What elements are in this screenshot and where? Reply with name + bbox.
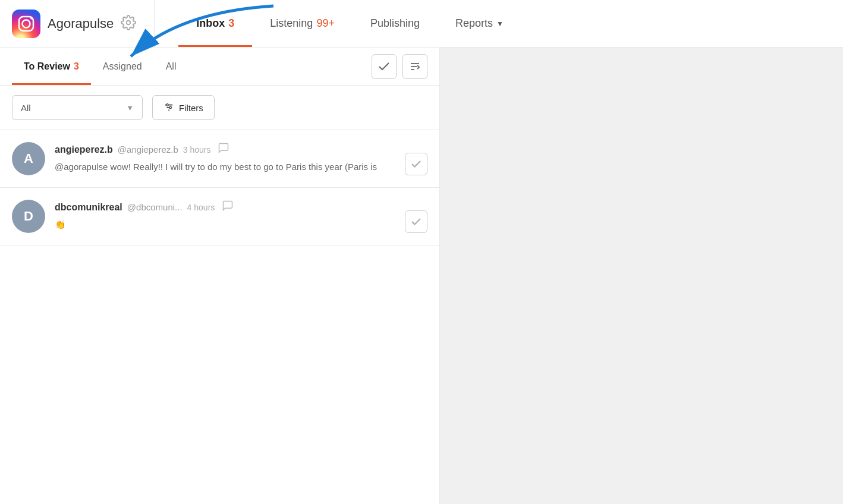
message-text: @agorapulse wow! Really!! I will try to … bbox=[55, 160, 427, 174]
left-panel: To Review 3 Assigned All bbox=[0, 48, 440, 504]
sub-tabs: To Review 3 Assigned All bbox=[0, 48, 439, 86]
check-all-button[interactable] bbox=[372, 54, 397, 79]
top-nav: Agorapulse Inbox 3 Listening 99+ Publish… bbox=[0, 0, 843, 48]
username: dbcomunikreal bbox=[55, 202, 122, 213]
mark-reviewed-button[interactable] bbox=[405, 210, 427, 233]
sort-button[interactable] bbox=[402, 54, 427, 79]
svg-rect-0 bbox=[12, 10, 40, 38]
tab-to-review[interactable]: To Review 3 bbox=[12, 48, 91, 85]
message-item: A angieperez.b @angieperez.b 3 hours bbox=[0, 130, 439, 188]
message-header: angieperez.b @angieperez.b 3 hours bbox=[55, 142, 427, 157]
svg-point-11 bbox=[166, 104, 169, 106]
message-list: A angieperez.b @angieperez.b 3 hours bbox=[0, 130, 439, 504]
inbox-badge: 3 bbox=[228, 17, 234, 30]
message-content: angieperez.b @angieperez.b 3 hours @agor… bbox=[55, 142, 427, 174]
message-header: dbcomunikreal @dbcomuni... 4 hours bbox=[55, 200, 427, 215]
reports-dropdown-icon: ▼ bbox=[496, 20, 504, 28]
message-item: D dbcomunikreal @dbcomuni... 4 hours bbox=[0, 188, 439, 245]
to-review-badge: 3 bbox=[74, 61, 79, 72]
right-panel bbox=[440, 48, 843, 504]
nav-inbox[interactable]: Inbox 3 bbox=[178, 0, 252, 47]
chat-icon[interactable] bbox=[222, 200, 234, 215]
main-layout: To Review 3 Assigned All bbox=[0, 48, 843, 504]
svg-point-3 bbox=[30, 17, 33, 20]
tab-all[interactable]: All bbox=[154, 48, 188, 85]
avatar: D bbox=[12, 200, 45, 233]
chat-icon[interactable] bbox=[218, 142, 229, 157]
instagram-logo bbox=[12, 10, 40, 38]
nav-listening[interactable]: Listening 99+ bbox=[252, 0, 353, 47]
username: angieperez.b bbox=[55, 144, 113, 155]
filter-select[interactable]: All ▼ bbox=[12, 95, 143, 120]
message-text: 👏 bbox=[55, 218, 427, 232]
svg-point-12 bbox=[169, 106, 172, 109]
message-content: dbcomunikreal @dbcomuni... 4 hours 👏 bbox=[55, 200, 427, 232]
tab-assigned[interactable]: Assigned bbox=[91, 48, 154, 85]
nav-items: Inbox 3 Listening 99+ Publishing Reports… bbox=[155, 0, 521, 47]
sub-tab-actions bbox=[372, 54, 427, 79]
brand-name: Agorapulse bbox=[48, 16, 114, 32]
filters-button[interactable]: Filters bbox=[152, 95, 215, 120]
timestamp: 3 hours bbox=[183, 145, 211, 155]
handle: @angieperez.b bbox=[118, 144, 178, 155]
timestamp: 4 hours bbox=[187, 203, 215, 212]
svg-point-4 bbox=[127, 20, 131, 24]
settings-icon[interactable] bbox=[121, 15, 136, 33]
brand: Agorapulse bbox=[12, 0, 155, 47]
handle: @dbcomuni... bbox=[127, 202, 183, 212]
nav-reports[interactable]: Reports ▼ bbox=[438, 0, 521, 47]
listening-badge: 99+ bbox=[316, 17, 335, 30]
nav-publishing[interactable]: Publishing bbox=[353, 0, 438, 47]
filter-bar: All ▼ Filters bbox=[0, 86, 439, 130]
mark-reviewed-button[interactable] bbox=[405, 153, 427, 175]
chevron-down-icon: ▼ bbox=[126, 103, 134, 112]
avatar: A bbox=[12, 142, 45, 175]
